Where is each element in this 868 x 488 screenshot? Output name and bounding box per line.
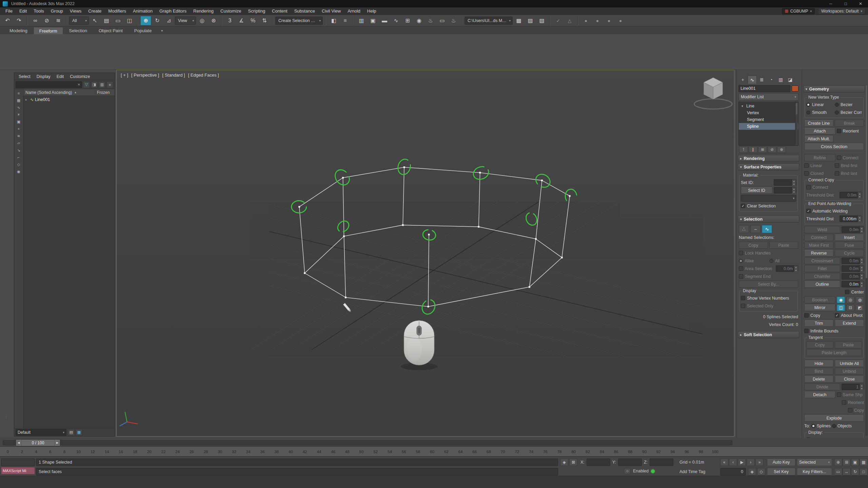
display-lights-icon[interactable]: ☀ (15, 111, 22, 118)
attach[interactable]: Attach (804, 127, 835, 135)
chamfer[interactable]: Chamfer (804, 273, 840, 280)
connect-copy-threshold-spinner[interactable]: 0.0m▴▾ (840, 192, 862, 198)
stack-item-line[interactable]: ▾Line (739, 103, 798, 109)
ribbon-tab-object-paint[interactable]: Object Paint (93, 27, 128, 34)
menu-substance[interactable]: Substance (291, 7, 318, 15)
name-column-header[interactable]: Name (Sorted Ascending) (25, 90, 72, 95)
mirror-both-icon[interactable]: ◩ (856, 304, 864, 311)
trim[interactable]: Trim (804, 320, 833, 327)
attach-reorient[interactable] (837, 129, 841, 133)
break[interactable]: Break (835, 120, 864, 127)
weld-spinner[interactable]: 0.0m▴▾ (842, 226, 864, 233)
active-layer-dropdown[interactable]: Default ▾ (16, 429, 66, 436)
select-by-name-icon[interactable]: ▤ (101, 16, 112, 25)
select-and-move-icon[interactable]: ⊕ (140, 16, 151, 25)
vertex-type-smooth[interactable] (806, 110, 810, 115)
menu-graph-editors[interactable]: Graph Editors (156, 7, 190, 15)
chevron-down-icon[interactable]: ▾ (85, 19, 87, 22)
zoom-region-icon[interactable]: ▭ (834, 468, 842, 475)
show-end-result-icon[interactable]: ∥ (749, 146, 757, 153)
pin-stack-icon[interactable]: ⊺ (739, 146, 748, 153)
sample-sphere-icon-3[interactable]: ● (604, 16, 614, 25)
ribbon-tab-populate[interactable]: Populate (129, 27, 157, 34)
render-production-icon[interactable]: ♨ (448, 16, 459, 25)
time-slider-handle[interactable]: ◀ 0 / 100 ▶ (16, 439, 60, 446)
ribbon-tab-modeling[interactable]: Modeling (4, 27, 33, 34)
select-id[interactable]: Select ID (741, 187, 772, 194)
mirror-copy[interactable] (804, 313, 809, 318)
menu-tools[interactable]: Tools (30, 7, 47, 15)
clear-search-icon[interactable]: ✕ (78, 83, 80, 86)
hide[interactable]: Hide (804, 360, 833, 367)
sample-sphere-icon-2[interactable]: ● (592, 16, 603, 25)
named-selection-sets-combo[interactable]: Create Selection Set▾ (275, 17, 323, 25)
search-input[interactable]: ✕ (16, 81, 82, 88)
select-and-rotate-icon[interactable]: ↻ (152, 16, 163, 25)
detach[interactable]: Detach (804, 391, 835, 398)
toggle-scene-explorer-icon[interactable]: ▥ (356, 16, 367, 25)
area-selection[interactable] (739, 266, 743, 271)
key-filters-button[interactable]: Key Filters... (797, 468, 832, 475)
detach-copy[interactable] (848, 408, 852, 412)
sample-sphere-icon-1[interactable]: ● (580, 16, 591, 25)
modifier-list-dropdown[interactable]: Modifier List ▾ (738, 93, 798, 101)
connect[interactable]: Connect (804, 234, 833, 241)
zoom-extents-all-icon[interactable]: ▦ (860, 459, 868, 466)
rollout-header-soft-selection[interactable]: ▸Soft Selection (738, 331, 799, 338)
go-to-end-icon[interactable]: » (755, 459, 764, 466)
spline-subobject-icon[interactable]: ∿ (762, 225, 772, 233)
explode[interactable]: Explode (804, 414, 864, 422)
chevron-down-icon[interactable]: ▾ (509, 19, 511, 22)
paste-length[interactable]: Paste Length (806, 349, 862, 356)
align-icon[interactable]: ≡ (340, 16, 351, 25)
previous-frame-arrow-icon[interactable]: ◀ (16, 440, 22, 446)
toolbar-plugin-icon-2[interactable]: ▨ (525, 16, 536, 25)
rollout-header-geometry[interactable]: ▾Geometry (803, 85, 865, 93)
menu-edit[interactable]: Edit (16, 7, 30, 15)
maximize-viewport-toggle-icon[interactable]: □ (860, 468, 868, 475)
status-indicator-icon[interactable]: ○ (624, 468, 631, 474)
attach-mult[interactable]: Attach Mult. (804, 135, 833, 142)
pan-view-icon[interactable]: ↔ (843, 468, 851, 475)
connect-copy[interactable] (806, 185, 811, 189)
filter-icon[interactable]: ▽ (83, 81, 90, 88)
crossinsert-spinner[interactable]: 0.0m▴▾ (842, 258, 864, 264)
mirror-horizontal-icon[interactable]: ◫ (837, 304, 845, 311)
ribbon-tab-freeform[interactable]: Freeform (34, 27, 63, 34)
undo-icon[interactable]: ↶ (2, 16, 13, 25)
toggle-layer-explorer-icon[interactable]: ▣ (368, 16, 378, 25)
reverse[interactable]: Reverse (804, 249, 833, 257)
menu-animation[interactable]: Animation (130, 7, 156, 15)
rollout-header-rendering[interactable]: ▸Rendering (738, 155, 799, 162)
previous-frame-icon[interactable]: ‹ (729, 459, 737, 466)
coordinate-x-field[interactable] (587, 459, 610, 466)
spinner-arrows-icon[interactable]: ▴▾ (860, 266, 864, 272)
paste-named-selection[interactable]: Paste (769, 242, 798, 249)
expand-icon[interactable]: ▸ (25, 98, 29, 101)
lock-handles[interactable] (739, 251, 743, 255)
create-tab[interactable]: + (738, 76, 747, 84)
rectangular-selection-region-icon[interactable]: ▭ (113, 16, 123, 25)
display-tab[interactable]: ▥ (776, 76, 785, 84)
menu-arnold[interactable]: Arnold (344, 7, 364, 15)
object-color-swatch[interactable] (792, 85, 798, 92)
play-animation-icon[interactable]: ▶ (738, 459, 746, 466)
spinner-arrows-icon[interactable]: ▴▾ (860, 384, 864, 390)
tangent-paste[interactable]: Paste (835, 341, 862, 348)
bind-last[interactable] (835, 171, 839, 176)
divide-spinner[interactable]: 1▴▾ (842, 384, 864, 390)
refine-linear[interactable] (804, 163, 809, 168)
key-mode-dropdown[interactable]: Selected ▾ (797, 459, 832, 466)
make-unique-icon[interactable]: ⊞ (758, 146, 767, 153)
spinner-arrows-icon[interactable]: ▴▾ (860, 273, 864, 280)
set-id-spinner[interactable]: ▴▾ (774, 179, 796, 186)
extend[interactable]: Extend (835, 320, 864, 327)
refine[interactable]: Refine (804, 154, 835, 161)
vertex-subobject-icon[interactable]: ∴ (739, 225, 749, 233)
orbit-icon[interactable]: ↻ (851, 468, 859, 475)
bind-first[interactable] (835, 163, 839, 168)
set-key-button[interactable]: Set Key (767, 468, 795, 475)
select-by[interactable]: Select By... (739, 281, 798, 288)
motion-tab[interactable]: ◔ (767, 76, 776, 84)
maxscript-mini-listener[interactable]: MAXScript Mi (1, 459, 35, 475)
